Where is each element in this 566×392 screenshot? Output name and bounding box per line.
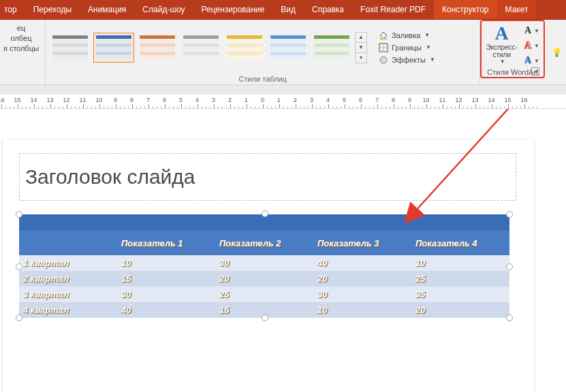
ribbon-tabbar: тор Переходы Анимация Слайд-шоу Рецензир… xyxy=(0,0,566,20)
table-object[interactable]: Показатель 1Показатель 2Показатель 3Пока… xyxy=(19,214,509,318)
effects-button[interactable]: Эффекты▼ xyxy=(378,54,435,65)
borders-icon xyxy=(378,42,389,53)
table-style-thumb[interactable] xyxy=(93,33,134,63)
cell-value: 40 xyxy=(121,305,131,315)
table-cell[interactable]: 30 xyxy=(215,255,313,271)
table-options-fragments: ец олбец я столбцы xyxy=(0,20,45,75)
text-effects-button[interactable]: A▼ xyxy=(522,54,542,67)
resize-handle-e[interactable] xyxy=(506,263,513,270)
opt-frag-2: олбец xyxy=(11,34,32,42)
table-row-header[interactable]: 1 квартал xyxy=(19,255,117,271)
table-cell[interactable]: 30 xyxy=(313,287,411,302)
opt-frag-1: ец xyxy=(17,24,25,32)
slide[interactable]: Заголовок слайда Показатель 1Показатель … xyxy=(3,140,534,392)
ribbon: ец олбец я столбцы ▲▼▾ Заливка▼ xyxy=(0,20,566,85)
tab-slideshow[interactable]: Слайд-шоу xyxy=(134,0,193,19)
cell-value: 10 xyxy=(415,258,425,268)
wordart-group-label: Стили WordArt ◢ xyxy=(483,67,542,77)
table-cell[interactable]: 30 xyxy=(117,287,215,302)
table-cell[interactable]: 20 xyxy=(411,302,509,318)
table-cell[interactable]: 15 xyxy=(117,271,215,287)
table-row-header[interactable]: 3 квартал xyxy=(19,287,117,302)
cell-value: 40 xyxy=(317,258,327,268)
chevron-down-icon: ▼ xyxy=(424,32,430,38)
text-effects-icon: A xyxy=(524,55,531,66)
table-cell[interactable]: 20 xyxy=(215,271,313,287)
chevron-down-icon: ▼ xyxy=(500,59,505,65)
cell-value: 30 xyxy=(317,289,327,299)
resize-handle-n[interactable] xyxy=(262,210,268,217)
table-col-header[interactable]: Показатель 4 xyxy=(411,231,509,255)
table-col-header[interactable]: Показатель 1 xyxy=(117,231,215,255)
table-col-header[interactable]: Показатель 3 xyxy=(313,231,411,255)
tab-table-design[interactable]: Конструктор xyxy=(434,0,497,19)
table-cell[interactable]: 10 xyxy=(313,302,411,318)
wordart-quick-styles-button[interactable]: A Экспресс- стили ▼ xyxy=(483,22,520,66)
table-row-header[interactable]: 4 квартал xyxy=(19,302,117,318)
header-text: Показатель 4 xyxy=(415,238,477,248)
group-table-options: ец олбец я столбцы xyxy=(0,20,46,84)
tab-review[interactable]: Рецензирование xyxy=(193,0,273,19)
table-style-thumb[interactable] xyxy=(311,33,352,63)
table-row-header[interactable]: 2 квартал xyxy=(19,271,117,287)
wordart-quick-styles-label: Экспресс- стили xyxy=(486,44,518,59)
table-styles-gallery[interactable]: ▲▼▾ xyxy=(50,32,367,63)
slide-table[interactable]: Показатель 1Показатель 2Показатель 3Пока… xyxy=(19,214,509,318)
table-style-thumb[interactable] xyxy=(224,33,265,63)
table-corner-header[interactable] xyxy=(19,231,117,255)
resize-handle-s[interactable] xyxy=(262,314,268,321)
cell-value: 15 xyxy=(121,274,131,284)
table-style-thumb[interactable] xyxy=(137,33,178,63)
table-style-thumb[interactable] xyxy=(180,33,221,63)
resize-handle-sw[interactable] xyxy=(16,314,22,321)
cell-value: 30 xyxy=(219,258,229,268)
tab-transitions[interactable]: Переходы xyxy=(25,0,80,19)
tab-animations[interactable]: Анимация xyxy=(80,0,134,19)
table-col-header[interactable]: Показатель 2 xyxy=(215,231,313,255)
table-style-thumb[interactable] xyxy=(50,33,91,63)
table-cell[interactable]: 20 xyxy=(313,271,411,287)
table-cell[interactable]: 25 xyxy=(215,287,313,302)
chevron-down-icon: ▼ xyxy=(534,58,539,64)
tell-me-bulb[interactable]: 💡 xyxy=(548,20,566,84)
borders-button[interactable]: Границы▼ xyxy=(378,42,435,53)
table-cell[interactable]: 40 xyxy=(117,302,215,318)
group-label-empty xyxy=(0,75,45,84)
group-table-styles: ▲▼▾ Заливка▼ Границы▼ xyxy=(46,20,480,84)
table-cell[interactable]: 35 xyxy=(411,287,509,302)
resize-handle-nw[interactable] xyxy=(16,211,22,218)
slide-stage: Заголовок слайда Показатель 1Показатель … xyxy=(0,109,566,392)
text-fill-button[interactable]: A▼ xyxy=(522,24,542,37)
cell-value: 20 xyxy=(219,274,229,284)
resize-handle-ne[interactable] xyxy=(506,211,513,218)
tab-view[interactable]: Вид xyxy=(272,0,304,19)
shading-button[interactable]: Заливка▼ xyxy=(378,30,435,41)
table-cell[interactable]: 10 xyxy=(117,255,215,271)
chevron-down-icon: ▼ xyxy=(430,56,435,63)
header-text: Показатель 3 xyxy=(317,238,379,248)
tab-foxit[interactable]: Foxit Reader PDF xyxy=(352,0,434,19)
table-cell[interactable]: 10 xyxy=(411,255,509,271)
row-label: 3 квартал xyxy=(23,289,69,299)
effects-label: Эффекты xyxy=(392,56,426,64)
cell-value: 25 xyxy=(219,289,229,299)
resize-handle-w[interactable] xyxy=(16,263,22,270)
text-outline-button[interactable]: A▼ xyxy=(522,39,542,52)
tab-partial[interactable]: тор xyxy=(0,0,25,19)
tab-table-layout[interactable]: Макет xyxy=(497,0,537,19)
table-cell[interactable]: 25 xyxy=(411,271,509,287)
resize-handle-se[interactable] xyxy=(506,314,513,321)
dialog-launcher-icon[interactable]: ◢ xyxy=(531,67,539,76)
row-label: 1 квартал xyxy=(23,258,69,268)
chevron-down-icon: ▼ xyxy=(534,28,539,34)
table-style-thumb[interactable] xyxy=(268,33,309,63)
horizontal-ruler[interactable]: 1615141312111098765432101234567891011121… xyxy=(0,95,566,109)
borders-label: Границы xyxy=(392,44,422,52)
gallery-more-button[interactable]: ▲▼▾ xyxy=(355,32,367,63)
tab-help[interactable]: Справка xyxy=(304,0,352,19)
table-cell[interactable]: 40 xyxy=(313,255,411,271)
text-outline-icon: A xyxy=(524,40,531,51)
title-placeholder[interactable]: Заголовок слайда xyxy=(19,153,516,201)
cell-value: 30 xyxy=(121,289,131,299)
grey-separator xyxy=(0,85,566,95)
